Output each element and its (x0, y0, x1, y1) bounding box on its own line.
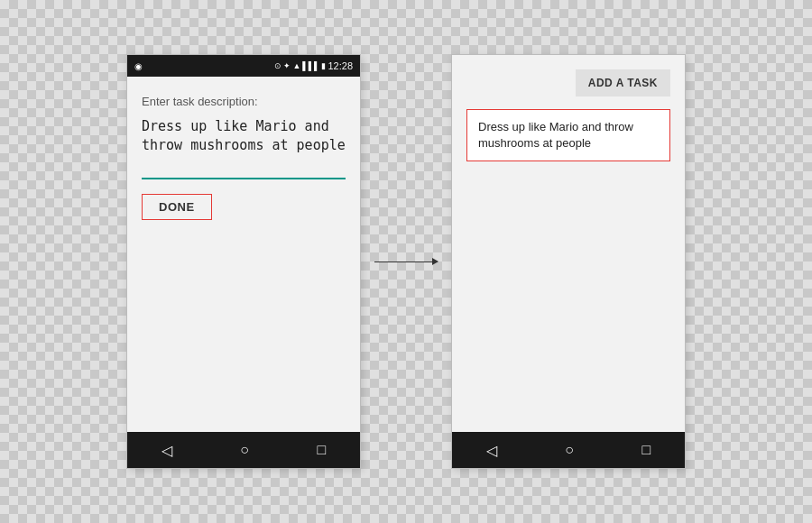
left-phone: ◉ ⊙ ✦ ▲ ▌▌▌ ▮ 12:28 Enter task descripti… (126, 54, 361, 469)
wifi-icon: ▲ (292, 61, 300, 70)
phone-content-left: Enter task description: DONE (127, 77, 360, 432)
bluetooth-icon: ✦ (283, 61, 291, 70)
right-phone: ADD A TASK Dress up like Mario and throw… (451, 54, 686, 469)
arrow-line (374, 262, 438, 262)
nav-bar-left: ◁ ○ □ (127, 432, 360, 468)
task-item: Dress up like Mario and throw mushrooms … (466, 109, 670, 161)
status-icons-group: ⊙ ✦ ▲ ▌▌▌ ▮ 12:28 (274, 60, 353, 71)
add-task-button[interactable]: ADD A TASK (576, 69, 670, 96)
time-display: 12:28 (328, 60, 353, 71)
scene: ◉ ⊙ ✦ ▲ ▌▌▌ ▮ 12:28 Enter task descripti… (126, 54, 686, 469)
done-button[interactable]: DONE (142, 194, 212, 220)
location-icon: ⊙ (274, 61, 281, 70)
transition-arrow (361, 262, 451, 262)
notification-icon: ◉ (134, 61, 143, 71)
back-icon-left[interactable]: ◁ (161, 442, 172, 459)
home-icon-left[interactable]: ○ (240, 442, 249, 458)
recent-icon-right[interactable]: □ (642, 442, 651, 458)
task-item-text: Dress up like Mario and throw mushrooms … (478, 120, 633, 150)
home-icon-right[interactable]: ○ (565, 442, 574, 458)
task-input[interactable] (142, 117, 346, 174)
status-bar-left: ◉ ⊙ ✦ ▲ ▌▌▌ ▮ 12:28 (127, 55, 360, 77)
input-underline (142, 178, 346, 179)
phone-content-right: ADD A TASK Dress up like Mario and throw… (452, 55, 685, 432)
task-label: Enter task description: (142, 95, 346, 108)
signal-icon: ▌▌▌ (302, 61, 319, 70)
back-icon-right[interactable]: ◁ (486, 442, 497, 459)
status-bar-left-icons: ◉ (134, 61, 143, 71)
recent-icon-left[interactable]: □ (318, 442, 327, 458)
nav-bar-right: ◁ ○ □ (452, 432, 685, 468)
battery-icon: ▮ (321, 61, 326, 70)
